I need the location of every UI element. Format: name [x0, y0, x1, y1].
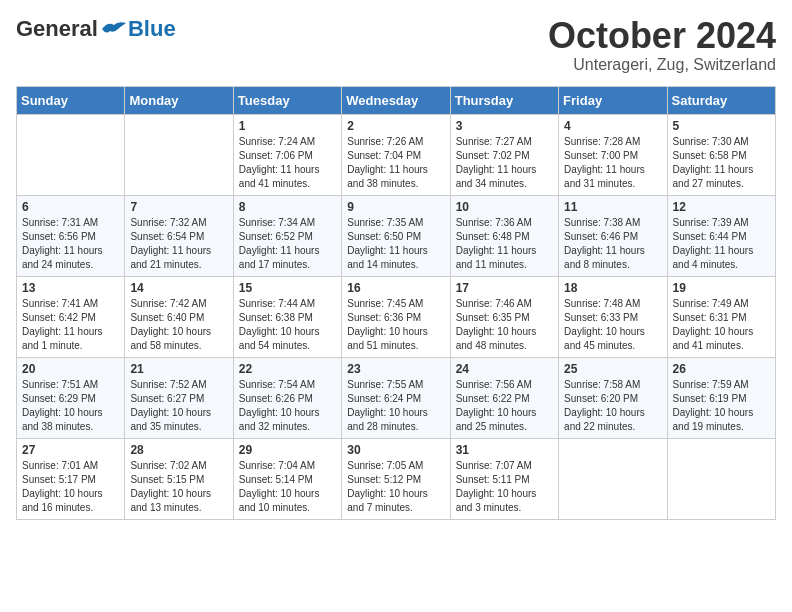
day-content: Sunrise: 7:05 AM Sunset: 5:12 PM Dayligh…	[347, 459, 444, 515]
calendar-cell: 8Sunrise: 7:34 AM Sunset: 6:52 PM Daylig…	[233, 195, 341, 276]
calendar-cell: 9Sunrise: 7:35 AM Sunset: 6:50 PM Daylig…	[342, 195, 450, 276]
day-content: Sunrise: 7:41 AM Sunset: 6:42 PM Dayligh…	[22, 297, 119, 353]
day-number: 26	[673, 362, 770, 376]
weekday-header-wednesday: Wednesday	[342, 86, 450, 114]
day-content: Sunrise: 7:32 AM Sunset: 6:54 PM Dayligh…	[130, 216, 227, 272]
calendar-cell: 15Sunrise: 7:44 AM Sunset: 6:38 PM Dayli…	[233, 276, 341, 357]
calendar-cell: 31Sunrise: 7:07 AM Sunset: 5:11 PM Dayli…	[450, 438, 558, 519]
day-number: 23	[347, 362, 444, 376]
calendar-cell: 10Sunrise: 7:36 AM Sunset: 6:48 PM Dayli…	[450, 195, 558, 276]
day-number: 28	[130, 443, 227, 457]
calendar-cell: 28Sunrise: 7:02 AM Sunset: 5:15 PM Dayli…	[125, 438, 233, 519]
day-content: Sunrise: 7:35 AM Sunset: 6:50 PM Dayligh…	[347, 216, 444, 272]
calendar-week-1: 1Sunrise: 7:24 AM Sunset: 7:06 PM Daylig…	[17, 114, 776, 195]
calendar-cell: 6Sunrise: 7:31 AM Sunset: 6:56 PM Daylig…	[17, 195, 125, 276]
calendar-week-3: 13Sunrise: 7:41 AM Sunset: 6:42 PM Dayli…	[17, 276, 776, 357]
weekday-header-saturday: Saturday	[667, 86, 775, 114]
day-number: 24	[456, 362, 553, 376]
day-number: 4	[564, 119, 661, 133]
logo-general: General	[16, 16, 98, 42]
day-content: Sunrise: 7:38 AM Sunset: 6:46 PM Dayligh…	[564, 216, 661, 272]
day-number: 11	[564, 200, 661, 214]
logo: General Blue	[16, 16, 176, 42]
day-content: Sunrise: 7:28 AM Sunset: 7:00 PM Dayligh…	[564, 135, 661, 191]
day-content: Sunrise: 7:30 AM Sunset: 6:58 PM Dayligh…	[673, 135, 770, 191]
day-content: Sunrise: 7:27 AM Sunset: 7:02 PM Dayligh…	[456, 135, 553, 191]
calendar-cell: 24Sunrise: 7:56 AM Sunset: 6:22 PM Dayli…	[450, 357, 558, 438]
day-content: Sunrise: 7:44 AM Sunset: 6:38 PM Dayligh…	[239, 297, 336, 353]
day-number: 13	[22, 281, 119, 295]
day-content: Sunrise: 7:49 AM Sunset: 6:31 PM Dayligh…	[673, 297, 770, 353]
day-number: 27	[22, 443, 119, 457]
day-number: 21	[130, 362, 227, 376]
day-content: Sunrise: 7:59 AM Sunset: 6:19 PM Dayligh…	[673, 378, 770, 434]
day-number: 30	[347, 443, 444, 457]
day-content: Sunrise: 7:55 AM Sunset: 6:24 PM Dayligh…	[347, 378, 444, 434]
calendar-cell: 19Sunrise: 7:49 AM Sunset: 6:31 PM Dayli…	[667, 276, 775, 357]
day-content: Sunrise: 7:07 AM Sunset: 5:11 PM Dayligh…	[456, 459, 553, 515]
calendar-cell: 22Sunrise: 7:54 AM Sunset: 6:26 PM Dayli…	[233, 357, 341, 438]
day-number: 2	[347, 119, 444, 133]
calendar-cell: 16Sunrise: 7:45 AM Sunset: 6:36 PM Dayli…	[342, 276, 450, 357]
day-content: Sunrise: 7:54 AM Sunset: 6:26 PM Dayligh…	[239, 378, 336, 434]
day-number: 9	[347, 200, 444, 214]
location: Unterageri, Zug, Switzerland	[548, 56, 776, 74]
weekday-header-thursday: Thursday	[450, 86, 558, 114]
calendar-cell: 29Sunrise: 7:04 AM Sunset: 5:14 PM Dayli…	[233, 438, 341, 519]
day-number: 6	[22, 200, 119, 214]
weekday-header-tuesday: Tuesday	[233, 86, 341, 114]
calendar-cell: 4Sunrise: 7:28 AM Sunset: 7:00 PM Daylig…	[559, 114, 667, 195]
day-number: 29	[239, 443, 336, 457]
day-content: Sunrise: 7:02 AM Sunset: 5:15 PM Dayligh…	[130, 459, 227, 515]
calendar-cell: 13Sunrise: 7:41 AM Sunset: 6:42 PM Dayli…	[17, 276, 125, 357]
day-content: Sunrise: 7:31 AM Sunset: 6:56 PM Dayligh…	[22, 216, 119, 272]
calendar-cell	[559, 438, 667, 519]
calendar-cell: 7Sunrise: 7:32 AM Sunset: 6:54 PM Daylig…	[125, 195, 233, 276]
day-number: 5	[673, 119, 770, 133]
day-number: 18	[564, 281, 661, 295]
day-number: 16	[347, 281, 444, 295]
day-number: 20	[22, 362, 119, 376]
day-content: Sunrise: 7:52 AM Sunset: 6:27 PM Dayligh…	[130, 378, 227, 434]
calendar-cell	[667, 438, 775, 519]
day-number: 3	[456, 119, 553, 133]
day-content: Sunrise: 7:48 AM Sunset: 6:33 PM Dayligh…	[564, 297, 661, 353]
calendar-cell: 30Sunrise: 7:05 AM Sunset: 5:12 PM Dayli…	[342, 438, 450, 519]
day-content: Sunrise: 7:01 AM Sunset: 5:17 PM Dayligh…	[22, 459, 119, 515]
day-number: 19	[673, 281, 770, 295]
title-block: October 2024 Unterageri, Zug, Switzerlan…	[548, 16, 776, 74]
calendar-cell: 23Sunrise: 7:55 AM Sunset: 6:24 PM Dayli…	[342, 357, 450, 438]
day-content: Sunrise: 7:26 AM Sunset: 7:04 PM Dayligh…	[347, 135, 444, 191]
day-content: Sunrise: 7:36 AM Sunset: 6:48 PM Dayligh…	[456, 216, 553, 272]
month-title: October 2024	[548, 16, 776, 56]
day-content: Sunrise: 7:42 AM Sunset: 6:40 PM Dayligh…	[130, 297, 227, 353]
day-content: Sunrise: 7:51 AM Sunset: 6:29 PM Dayligh…	[22, 378, 119, 434]
day-content: Sunrise: 7:04 AM Sunset: 5:14 PM Dayligh…	[239, 459, 336, 515]
calendar-cell: 25Sunrise: 7:58 AM Sunset: 6:20 PM Dayli…	[559, 357, 667, 438]
calendar-cell: 5Sunrise: 7:30 AM Sunset: 6:58 PM Daylig…	[667, 114, 775, 195]
calendar-cell: 12Sunrise: 7:39 AM Sunset: 6:44 PM Dayli…	[667, 195, 775, 276]
day-number: 10	[456, 200, 553, 214]
day-number: 14	[130, 281, 227, 295]
day-number: 22	[239, 362, 336, 376]
day-number: 17	[456, 281, 553, 295]
calendar-table: SundayMondayTuesdayWednesdayThursdayFrid…	[16, 86, 776, 520]
calendar-week-4: 20Sunrise: 7:51 AM Sunset: 6:29 PM Dayli…	[17, 357, 776, 438]
weekday-header-friday: Friday	[559, 86, 667, 114]
day-content: Sunrise: 7:39 AM Sunset: 6:44 PM Dayligh…	[673, 216, 770, 272]
calendar-cell: 14Sunrise: 7:42 AM Sunset: 6:40 PM Dayli…	[125, 276, 233, 357]
day-number: 15	[239, 281, 336, 295]
calendar-cell: 21Sunrise: 7:52 AM Sunset: 6:27 PM Dayli…	[125, 357, 233, 438]
logo-bird-icon	[100, 19, 128, 39]
day-number: 7	[130, 200, 227, 214]
logo-blue: Blue	[128, 16, 176, 42]
calendar-cell: 17Sunrise: 7:46 AM Sunset: 6:35 PM Dayli…	[450, 276, 558, 357]
weekday-header-monday: Monday	[125, 86, 233, 114]
calendar-cell: 11Sunrise: 7:38 AM Sunset: 6:46 PM Dayli…	[559, 195, 667, 276]
page-header: General Blue October 2024 Unterageri, Zu…	[16, 16, 776, 74]
calendar-cell: 20Sunrise: 7:51 AM Sunset: 6:29 PM Dayli…	[17, 357, 125, 438]
calendar-cell	[17, 114, 125, 195]
day-number: 8	[239, 200, 336, 214]
calendar-cell: 2Sunrise: 7:26 AM Sunset: 7:04 PM Daylig…	[342, 114, 450, 195]
calendar-cell: 26Sunrise: 7:59 AM Sunset: 6:19 PM Dayli…	[667, 357, 775, 438]
